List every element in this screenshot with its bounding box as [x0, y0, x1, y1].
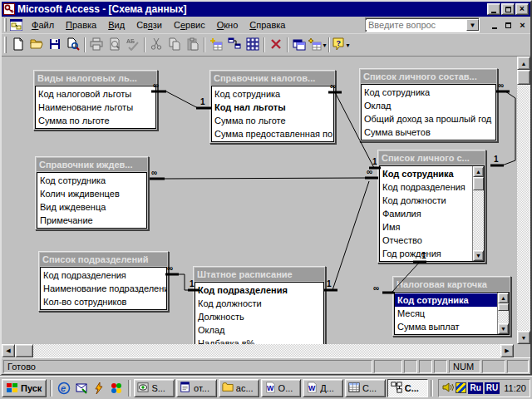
table-title[interactable]: Список личного состав...: [361, 70, 496, 83]
save-button[interactable]: [46, 36, 64, 54]
menu-item-file[interactable]: Файл: [26, 18, 60, 32]
minimize-button[interactable]: [487, 3, 500, 15]
show-table-button[interactable]: [207, 36, 225, 54]
table-field-row[interactable]: Месяц: [395, 307, 497, 320]
dropdown-arrow-icon[interactable]: ▾: [323, 42, 326, 49]
relationships-canvas[interactable]: Виды налоговых ль...Код налоговой льготы…: [2, 57, 519, 344]
table-title[interactable]: Штатное расписание: [195, 268, 324, 281]
vertical-scroll-thumb[interactable]: [517, 70, 530, 85]
quick-launch-winamp-icon[interactable]: [91, 380, 107, 397]
menu-item-view[interactable]: Вид: [102, 18, 131, 32]
menu-item-service[interactable]: Сервис: [168, 18, 211, 32]
taskbar-task-button[interactable]: С...: [387, 379, 428, 397]
scroll-down-icon[interactable]: ▼: [517, 331, 530, 344]
table-field-row[interactable]: Должность: [195, 310, 323, 323]
table-title[interactable]: Справочник иждев...: [37, 158, 147, 171]
vertical-scrollbar[interactable]: ▲ ▼: [517, 57, 530, 344]
quick-launch-colors-icon[interactable]: [108, 380, 125, 397]
relationships-document-icon[interactable]: [10, 19, 22, 31]
menu-item-help[interactable]: Справка: [244, 18, 291, 32]
table-field-row[interactable]: Общий доход за прошлый год: [362, 112, 495, 126]
table-box[interactable]: Справочник иждев...Код сотрудникаКолич и…: [35, 156, 149, 230]
horizontal-scrollbar[interactable]: ◀ ▶: [2, 344, 514, 357]
table-field-row[interactable]: Наименование льготы: [36, 101, 155, 114]
quick-launch-ie-icon[interactable]: e: [56, 380, 72, 397]
table-field-row[interactable]: Код сотрудника: [380, 167, 472, 180]
toolbar-grip-handle[interactable]: [4, 37, 7, 54]
scroll-right-icon[interactable]: ▶: [500, 344, 514, 357]
table-field-row[interactable]: Код подразделения: [195, 283, 323, 297]
database-window-button[interactable]: [290, 36, 308, 54]
table-scrollbar[interactable]: ▲▼: [497, 293, 509, 334]
table-field-row[interactable]: Надбавка в%: [195, 337, 323, 344]
scroll-up-icon[interactable]: ▲: [498, 293, 509, 303]
scroll-left-icon[interactable]: ◀: [2, 344, 15, 357]
table-title[interactable]: Налоговая карточка: [394, 278, 510, 291]
table-field-row[interactable]: Оклад: [195, 323, 323, 337]
table-field-row[interactable]: Год рождения: [380, 247, 472, 260]
taskbar-task-button[interactable]: WД...: [303, 379, 343, 397]
table-field-row[interactable]: Сумма вычетов: [362, 126, 495, 139]
table-scroll-thumb[interactable]: [473, 177, 484, 190]
restore-button[interactable]: [501, 3, 515, 15]
question-input[interactable]: [366, 20, 466, 30]
table-field-row[interactable]: Фамилия: [380, 207, 472, 220]
open-folder-button[interactable]: [27, 36, 46, 54]
table-box[interactable]: Список личного с...Код сотрудникаКод под…: [377, 150, 486, 264]
table-field-row[interactable]: Сумма по льготе: [36, 114, 155, 127]
table-box[interactable]: Справочник налогов...Код сотрудникаКод н…: [209, 70, 336, 144]
table-title[interactable]: Виды налоговых ль...: [35, 71, 156, 85]
horizontal-scroll-thumb[interactable]: [15, 344, 33, 357]
all-relationships-button[interactable]: [244, 36, 262, 54]
delete-button[interactable]: [267, 36, 285, 54]
table-scroll-thumb[interactable]: [498, 303, 509, 311]
start-button[interactable]: Пуск: [2, 379, 47, 397]
table-box[interactable]: Штатное расписаниеКод подразделенияКод д…: [193, 266, 326, 344]
quick-launch-outlook-express-icon[interactable]: [73, 380, 90, 397]
taskbar-task-button[interactable]: C...: [345, 379, 386, 397]
child-close-button[interactable]: ×: [516, 20, 529, 31]
horizontal-scroll-track[interactable]: [15, 344, 500, 357]
taskbar-task-button[interactable]: WO...: [261, 379, 302, 397]
table-field-row[interactable]: Оклад: [362, 99, 495, 112]
new-file-button[interactable]: [9, 36, 27, 54]
taskbar-task-button[interactable]: S...: [134, 379, 175, 397]
table-title[interactable]: Справочник налогов...: [211, 71, 334, 85]
table-field-row[interactable]: Код сотрудника: [37, 174, 146, 187]
table-box[interactable]: Виды налоговых ль...Код налоговой льготы…: [33, 70, 158, 131]
taskbar-task-button[interactable]: ac...: [219, 379, 259, 397]
table-scroll-track[interactable]: [498, 311, 509, 323]
table-field-row[interactable]: Отчество: [380, 234, 472, 247]
table-scroll-track[interactable]: [473, 190, 484, 250]
table-box[interactable]: Налоговая карточкаКод сотрудникаМесяцСум…: [392, 276, 511, 337]
table-field-row[interactable]: Код сотрудника: [212, 87, 333, 101]
table-field-row[interactable]: Колич иждивенцев: [37, 187, 146, 200]
menu-item-window[interactable]: Окно: [211, 18, 244, 32]
language-stripe-icon[interactable]: [456, 382, 466, 393]
table-scrollbar[interactable]: ▲▼: [472, 166, 484, 261]
table-field-row[interactable]: Код должности: [380, 194, 472, 207]
table-field-row[interactable]: Сумма выплат: [395, 320, 497, 333]
table-box[interactable]: Список подразделенийКод подразделенияНаи…: [38, 251, 169, 312]
table-field-row[interactable]: Код сотрудника: [362, 86, 495, 99]
volume-icon[interactable]: [442, 382, 454, 395]
table-field-row[interactable]: Кол-во сотрудников: [41, 295, 166, 308]
table-title[interactable]: Список подразделений: [40, 253, 167, 266]
direct-relationships-button[interactable]: [225, 36, 244, 54]
child-restore-button[interactable]: [502, 20, 515, 31]
close-button[interactable]: ×: [515, 3, 529, 15]
scroll-up-icon[interactable]: ▲: [517, 57, 530, 70]
table-field-row[interactable]: Примечание: [37, 214, 146, 227]
scroll-down-icon[interactable]: ▼: [498, 323, 509, 334]
table-field-row[interactable]: Сумма по льготе: [212, 114, 333, 127]
scroll-down-icon[interactable]: ▼: [473, 250, 484, 261]
menu-item-edit[interactable]: Правка: [60, 18, 102, 32]
vertical-scroll-track[interactable]: [517, 70, 530, 331]
table-field-row-selected[interactable]: Код сотрудника: [395, 293, 497, 307]
table-field-row[interactable]: Код подразделения: [380, 180, 472, 194]
dropdown-arrow-icon[interactable]: ▾: [346, 42, 349, 49]
table-field-row[interactable]: Код должности: [195, 297, 323, 310]
menu-item-links[interactable]: Связи: [131, 18, 168, 32]
table-field-row[interactable]: Сумма предоставленная по: [212, 127, 333, 140]
table-field-row[interactable]: Наименование подразделения: [41, 282, 166, 295]
